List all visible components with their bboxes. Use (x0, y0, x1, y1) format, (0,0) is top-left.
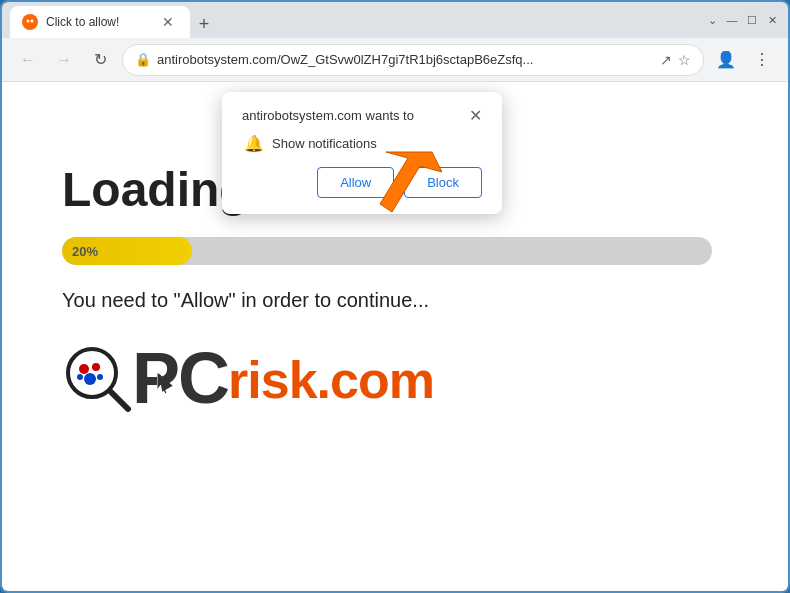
svg-point-10 (97, 374, 103, 380)
svg-line-5 (110, 391, 128, 409)
tab-title: Click to allow! (46, 15, 150, 29)
svg-point-9 (77, 374, 83, 380)
refresh-button[interactable]: ↻ (86, 46, 114, 74)
nav-bar: ← → ↻ 🔒 antirobotsystem.com/OwZ_GtSvw0lZ… (2, 38, 788, 82)
profile-button[interactable]: 👤 (712, 46, 740, 74)
orange-arrow-icon (352, 142, 442, 232)
svg-point-1 (27, 20, 30, 23)
minimize-button[interactable]: — (724, 12, 740, 28)
forward-button[interactable]: → (50, 46, 78, 74)
maximize-button[interactable]: ☐ (744, 12, 760, 28)
popup-close-button[interactable]: ✕ (469, 108, 482, 124)
close-button[interactable]: ✕ (764, 12, 780, 28)
share-icon[interactable]: ↗ (660, 52, 672, 68)
pcrisk-logo: PC risk.com (62, 342, 728, 414)
window-controls: ⌄ — ☐ ✕ (704, 12, 780, 28)
new-tab-button[interactable]: + (190, 10, 218, 38)
progress-bar-fill: 20% (62, 237, 192, 265)
svg-point-8 (84, 373, 96, 385)
tab-close-button[interactable]: ✕ (158, 12, 178, 32)
bell-icon: 🔔 (244, 134, 264, 153)
tab-area: Click to allow! ✕ + (10, 2, 704, 38)
active-tab[interactable]: Click to allow! ✕ (10, 6, 190, 38)
popup-header: antirobotsystem.com wants to ✕ (242, 108, 482, 124)
svg-point-6 (79, 364, 89, 374)
url-text: antirobotsystem.com/OwZ_GtSvw0lZH7gi7tR1… (157, 52, 654, 67)
pcrisk-risk-text: risk.com (228, 350, 434, 410)
arrow-container (352, 142, 442, 236)
svg-point-2 (31, 20, 34, 23)
chevron-down-icon: ⌄ (704, 12, 720, 28)
progress-label: 20% (72, 244, 98, 259)
svg-point-0 (25, 17, 35, 27)
progress-bar-container: 20% (62, 237, 712, 265)
svg-marker-3 (380, 152, 442, 212)
lock-icon: 🔒 (135, 52, 151, 67)
pcrisk-logo-icon (62, 343, 132, 413)
pcrisk-pc-text: PC (132, 342, 228, 414)
content-area: antirobotsystem.com wants to ✕ 🔔 Show no… (2, 82, 788, 593)
bookmark-icon[interactable]: ☆ (678, 52, 691, 68)
popup-text: antirobotsystem.com wants to (242, 108, 469, 123)
address-icons: ↗ ☆ (660, 52, 691, 68)
tab-favicon (22, 14, 38, 30)
menu-button[interactable]: ⋮ (748, 46, 776, 74)
instruction-text: You need to "Allow" in order to continue… (62, 289, 728, 312)
address-bar[interactable]: 🔒 antirobotsystem.com/OwZ_GtSvw0lZH7gi7t… (122, 44, 704, 76)
back-button[interactable]: ← (14, 46, 42, 74)
svg-point-7 (92, 363, 100, 371)
title-bar: Click to allow! ✕ + ⌄ — ☐ ✕ (2, 2, 788, 38)
